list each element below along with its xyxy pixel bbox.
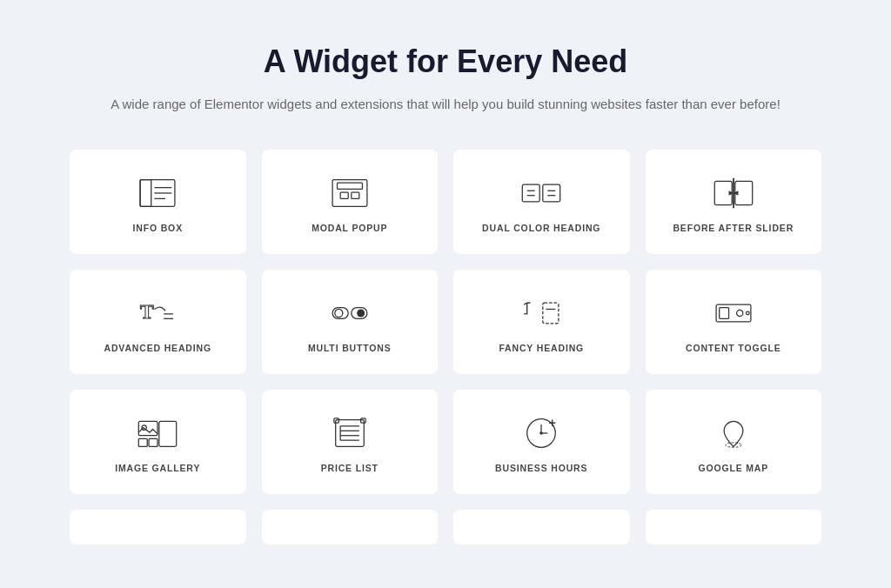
header-section: A Widget for Every Need A wide range of … — [70, 43, 821, 115]
multi-buttons-icon — [327, 296, 372, 331]
advanced-heading-icon: T — [135, 296, 180, 331]
business-hours-label: BUSINESS HOURS — [495, 463, 587, 473]
widget-card-price-list[interactable]: PRICE LIST — [262, 390, 439, 494]
widget-card-advanced-heading[interactable]: TADVANCED HEADING — [70, 270, 246, 374]
price-list-label: PRICE LIST — [321, 463, 379, 473]
svg-rect-6 — [337, 183, 362, 189]
fancy-heading-icon — [519, 296, 564, 331]
svg-point-50 — [729, 427, 737, 435]
image-gallery-icon — [135, 416, 180, 451]
info-box-label: INFO BOX — [133, 223, 183, 233]
svg-rect-7 — [340, 192, 348, 198]
before-after-slider-label: BEFORE AFTER SLIDER — [673, 223, 794, 233]
multi-buttons-label: MULTI BUTTONS — [308, 343, 392, 353]
widget-card-modal-popup[interactable]: MODAL POPUP — [262, 150, 439, 254]
widget-card-multi-buttons[interactable]: MULTI BUTTONS — [262, 270, 439, 374]
info-box-icon — [135, 176, 180, 210]
fancy-heading-label: FANCY HEADING — [499, 343, 584, 353]
dual-color-heading-icon — [519, 176, 564, 210]
svg-rect-8 — [352, 192, 359, 198]
widget-card-fancy-heading[interactable]: FANCY HEADING — [453, 270, 630, 374]
page-subtitle: A wide range of Elementor widgets and ex… — [70, 94, 821, 115]
partial-card-2 — [262, 510, 439, 545]
widget-card-before-after-slider[interactable]: BEFORE AFTER SLIDER — [646, 150, 822, 254]
price-list-icon — [327, 416, 372, 451]
svg-rect-27 — [543, 303, 559, 324]
google-map-label: GOOGLE MAP — [698, 463, 768, 473]
partial-card-3 — [453, 510, 630, 545]
svg-rect-10 — [543, 184, 560, 202]
widget-grid: INFO BOXMODAL POPUPDUAL COLOR HEADINGBEF… — [70, 150, 821, 494]
partial-row — [70, 510, 821, 545]
page-title: A Widget for Every Need — [70, 43, 821, 80]
content-toggle-label: CONTENT TOGGLE — [686, 343, 781, 353]
modal-popup-label: MODAL POPUP — [312, 223, 387, 233]
business-hours-icon — [519, 416, 564, 451]
svg-point-32 — [746, 311, 749, 315]
svg-point-26 — [357, 309, 365, 317]
svg-rect-1 — [140, 180, 151, 207]
widget-card-business-hours[interactable]: BUSINESS HOURS — [453, 390, 630, 494]
svg-rect-9 — [523, 184, 540, 202]
svg-rect-36 — [159, 421, 177, 446]
svg-text:T: T — [140, 300, 154, 323]
content-toggle-icon — [711, 296, 756, 331]
svg-rect-34 — [139, 438, 148, 446]
svg-point-31 — [736, 310, 742, 316]
widget-card-image-gallery[interactable]: IMAGE GALLERY — [70, 390, 246, 494]
google-map-icon — [711, 416, 756, 451]
page-wrapper: A Widget for Every Need A wide range of … — [0, 0, 891, 579]
widget-card-info-box[interactable]: INFO BOX — [70, 150, 246, 254]
svg-point-24 — [335, 309, 343, 317]
partial-card-4 — [646, 510, 822, 545]
svg-rect-35 — [149, 438, 157, 446]
before-after-slider-icon — [711, 176, 756, 210]
dual-color-heading-label: DUAL COLOR HEADING — [482, 223, 600, 233]
image-gallery-label: IMAGE GALLERY — [115, 463, 200, 473]
modal-popup-icon — [327, 176, 372, 210]
widget-card-dual-color-heading[interactable]: DUAL COLOR HEADING — [453, 150, 630, 254]
svg-rect-30 — [719, 308, 728, 319]
partial-card-1 — [70, 510, 246, 545]
advanced-heading-label: ADVANCED HEADING — [104, 343, 211, 353]
widget-card-content-toggle[interactable]: CONTENT TOGGLE — [646, 270, 822, 374]
widget-card-google-map[interactable]: GOOGLE MAP — [646, 390, 822, 494]
